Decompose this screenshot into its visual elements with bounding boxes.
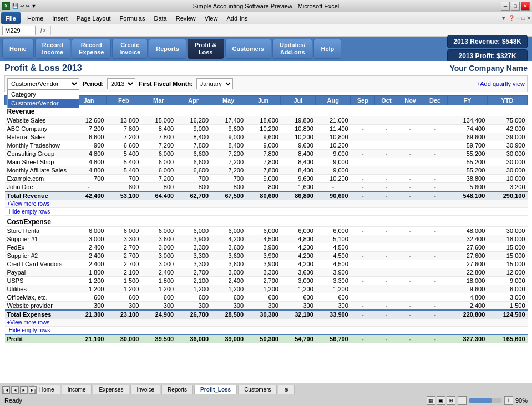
window-controls[interactable]: ─ □ ✕ (501, 2, 530, 11)
row-cell-jun: 80,600 (246, 191, 281, 200)
dropdown-option-customer-vendor[interactable]: Customer/Vendor (8, 99, 79, 108)
row-cell-ytd: 30,000 (487, 166, 527, 175)
view-more-link[interactable]: -Hide empty rows (5, 327, 528, 335)
row-cell-dec: - (423, 183, 447, 192)
record-expense-nav-button[interactable]: Record Expense (72, 39, 111, 59)
dropdown-option-category[interactable]: Category (8, 90, 79, 99)
row-cell-nov: - (398, 285, 423, 293)
row-cell-sep: - (351, 116, 375, 125)
col-header-oct: Oct (375, 96, 398, 105)
row-cell-jan: - (72, 183, 107, 192)
row-cell-feb: 30,000 (106, 334, 141, 343)
ffm-dropdown[interactable]: January (196, 78, 233, 89)
row-cell-jul: 4,200 (281, 260, 316, 268)
view-more-link[interactable]: -Hide empty rows (5, 208, 528, 216)
row-cell-oct: - (375, 158, 398, 166)
sheet-tab-income[interactable]: Income (62, 385, 92, 394)
table-row: Main Street Shop4,8005,4006,0006,6007,20… (5, 158, 528, 166)
row-cell-jul: 4,200 (281, 252, 316, 260)
cell-reference[interactable] (2, 26, 36, 35)
row-cell-fy: 2,400 (447, 302, 487, 311)
row-cell-fy: 548,100 (447, 191, 487, 200)
table-row: Paypal1,8002,1002,4002,7003,0003,3003,60… (5, 268, 528, 277)
row-cell-jul: 9,600 (281, 141, 316, 150)
table-row: Monthly Tradeshow9006,6007,2007,8008,400… (5, 141, 528, 150)
row-cell-aug: 10,200 (316, 141, 351, 150)
normal-view-button[interactable]: ▦ (427, 396, 435, 405)
period-dropdown[interactable]: 2013 2012 (107, 78, 135, 89)
sheet-tab-invoice[interactable]: Invoice (130, 385, 160, 394)
page-break-view-button[interactable]: ⊞ (447, 396, 455, 405)
row-cell-may: 800 (211, 183, 246, 192)
file-menu[interactable]: File (1, 12, 21, 24)
row-cell-dec: - (423, 175, 447, 183)
col-header-apr: Apr (176, 96, 211, 105)
row-label: Main Street Shop (5, 158, 72, 166)
create-invoice-nav-button[interactable]: Create Invoice (112, 39, 148, 59)
sheet-tab-profit-loss[interactable]: Profit_Loss (194, 385, 237, 394)
sheet-tab-new[interactable]: ⊕ (278, 385, 295, 394)
table-row: Website Sales12,60013,80015,00016,20017,… (5, 116, 528, 125)
sheet-tab-expenses[interactable]: Expenses (93, 385, 129, 394)
addins-menu[interactable]: Add-Ins (222, 12, 252, 24)
view-more-link[interactable]: +View more rows (5, 319, 528, 327)
row-cell-jun: 9,000 (246, 141, 281, 150)
updates-addons-nav-button[interactable]: Updates/ Add-ons (272, 39, 312, 59)
tab-nav-buttons[interactable]: |◄ ◄ ► ►| (2, 386, 37, 394)
tab-nav-prev[interactable]: ◄ (11, 386, 19, 394)
review-menu[interactable]: Review (171, 12, 200, 24)
page-layout-menu[interactable]: Page Layout (72, 12, 115, 24)
row-label: Store Rental (5, 227, 72, 235)
reports-nav-button[interactable]: Reports (149, 39, 186, 59)
close-button[interactable]: ✕ (521, 2, 530, 11)
row-cell-apr: 6,000 (176, 227, 211, 235)
zoom-out-button[interactable]: − (458, 396, 467, 405)
tab-nav-first[interactable]: |◄ (2, 386, 10, 394)
zoom-slider[interactable] (469, 398, 502, 403)
sheet-tab-customers[interactable]: Customers (238, 385, 277, 394)
status-bar: Ready ▦ ▣ ⊞ − + 90% (0, 394, 532, 406)
row-cell-ytd: 165,600 (487, 334, 527, 343)
view-more-row: +View more rows (5, 319, 528, 327)
row-cell-jun: 3,900 (246, 260, 281, 268)
row-cell-mar: 6,000 (141, 150, 176, 158)
page-layout-view-button[interactable]: ▣ (437, 396, 445, 405)
row-cell-dec: - (423, 268, 447, 277)
filter-dropdown[interactable]: Category Customer/Vendor (7, 78, 79, 89)
row-cell-aug: 300 (316, 302, 351, 311)
row-cell-jan: 1,200 (72, 277, 107, 285)
col-header-dec: Dec (423, 96, 447, 105)
row-cell-apr: 3,300 (176, 252, 211, 260)
data-menu[interactable]: Data (149, 12, 171, 24)
restore-button[interactable]: □ (511, 2, 520, 11)
tab-nav-next[interactable]: ► (20, 386, 28, 394)
row-cell-sep: - (351, 175, 375, 183)
row-cell-ytd: 18,000 (487, 235, 527, 243)
add-quarterly-link[interactable]: +Add quartly view (477, 80, 525, 87)
row-cell-feb: 13,800 (106, 116, 141, 125)
home-menu[interactable]: Home (23, 12, 48, 24)
customers-nav-button[interactable]: Customers (225, 39, 271, 59)
status-text: Ready (4, 397, 22, 404)
home-nav-button[interactable]: Home (2, 39, 34, 59)
row-cell-sep: - (351, 260, 375, 268)
row-cell-jun: 6,000 (246, 227, 281, 235)
formula-input[interactable] (53, 26, 530, 35)
profit-loss-nav-button[interactable]: Profit & Loss (188, 39, 224, 59)
row-cell-jul: 8,400 (281, 166, 316, 175)
sheet-tab-home[interactable]: Home (33, 385, 60, 394)
formulas-menu[interactable]: Formulas (115, 12, 150, 24)
zoom-in-button[interactable]: + (504, 396, 513, 405)
view-more-link[interactable]: +View more rows (5, 200, 528, 208)
row-cell-feb: 6,600 (106, 141, 141, 150)
row-cell-jan: 2,400 (72, 252, 107, 260)
insert-menu[interactable]: Insert (48, 12, 72, 24)
help-nav-button[interactable]: Help (313, 39, 341, 59)
row-cell-feb: 700 (106, 175, 141, 183)
record-income-nav-button[interactable]: Record Income (35, 39, 71, 59)
total-label: Profit (5, 334, 72, 343)
tab-nav-last[interactable]: ►| (29, 386, 37, 394)
sheet-tab-reports[interactable]: Reports (161, 385, 193, 394)
view-menu[interactable]: View (200, 12, 222, 24)
minimize-button[interactable]: ─ (501, 2, 510, 11)
